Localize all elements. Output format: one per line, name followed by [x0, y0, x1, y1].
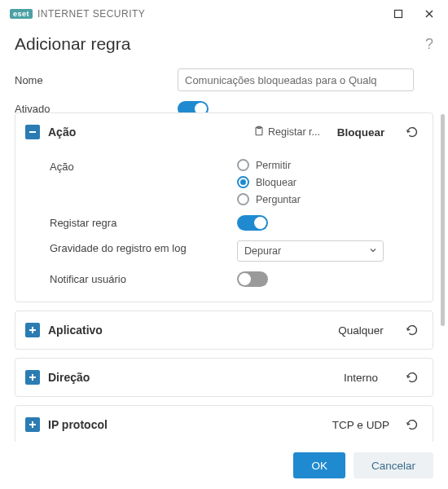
- brand-product: INTERNET SECURITY: [37, 8, 145, 20]
- section-direcao-reset[interactable]: [402, 367, 423, 388]
- radio-perguntar[interactable]: Perguntar: [237, 193, 423, 205]
- acao-radio-group: Permitir Bloquear Perguntar: [237, 159, 423, 205]
- section-ipprotocol: IP protocol TCP e UDP: [15, 405, 433, 442]
- section-acao-reset[interactable]: [402, 121, 423, 143]
- name-input[interactable]: [178, 68, 414, 91]
- svg-rect-1: [29, 131, 36, 133]
- page-header: Adicionar regra ?: [0, 28, 448, 65]
- section-aplicativo-title: Aplicativo: [48, 324, 103, 337]
- section-direcao-header[interactable]: Direção Interno: [15, 359, 433, 396]
- section-aplicativo-reset[interactable]: [402, 319, 423, 341]
- section-ipprotocol-title: IP protocol: [48, 418, 108, 431]
- expand-icon[interactable]: [25, 323, 40, 337]
- svg-rect-0: [395, 11, 402, 18]
- radio-permitir-label: Permitir: [256, 160, 291, 171]
- radio-bloquear[interactable]: Bloquear: [237, 176, 423, 188]
- window-close-button[interactable]: [415, 2, 443, 25]
- clipboard-icon: [253, 126, 265, 139]
- section-ipprotocol-value: TCP e UDP: [328, 419, 393, 431]
- svg-rect-5: [29, 329, 36, 331]
- section-acao-header[interactable]: Ação Registar r... Bloquear: [15, 113, 433, 151]
- gravidade-value: Depurar: [244, 245, 281, 257]
- section-acao: Ação Registar r... Bloquear Ação Permiti…: [15, 112, 433, 302]
- notificar-label: Notificar usuário: [50, 271, 237, 285]
- footer: OK Cancelar: [0, 442, 448, 489]
- title-bar: eset INTERNET SECURITY: [0, 0, 448, 28]
- section-aplicativo-value: Qualquer: [328, 324, 393, 337]
- section-direcao: Direção Interno: [15, 358, 433, 397]
- ok-button[interactable]: OK: [293, 452, 345, 478]
- name-label: Nome: [15, 74, 178, 86]
- section-acao-body: Ação Permitir Bloquear Perguntar: [15, 151, 433, 302]
- gravidade-select[interactable]: Depurar: [237, 240, 384, 262]
- row-name: Nome: [0, 65, 448, 95]
- section-acao-chip: Registar r...: [253, 126, 320, 139]
- expand-icon[interactable]: [25, 417, 40, 432]
- section-acao-chip-label: Registar r...: [268, 126, 320, 138]
- section-acao-value: Bloquear: [328, 126, 393, 139]
- registar-toggle[interactable]: [237, 215, 268, 231]
- cancel-button[interactable]: Cancelar: [354, 452, 433, 478]
- acao-sublabel: Ação: [50, 159, 237, 173]
- section-direcao-value: Interno: [328, 372, 393, 384]
- section-aplicativo-header[interactable]: Aplicativo Qualquer: [15, 311, 433, 349]
- collapse-icon[interactable]: [25, 125, 40, 139]
- section-ipprotocol-header[interactable]: IP protocol TCP e UDP: [15, 406, 433, 442]
- help-icon[interactable]: ?: [425, 36, 433, 53]
- notificar-toggle[interactable]: [237, 271, 268, 287]
- section-ipprotocol-reset[interactable]: [402, 414, 423, 435]
- expand-icon[interactable]: [25, 370, 40, 385]
- chevron-down-icon: [368, 245, 378, 258]
- gravidade-label: Gravidade do registro em log: [50, 240, 237, 254]
- svg-rect-7: [29, 377, 36, 378]
- brand: eset INTERNET SECURITY: [10, 8, 145, 20]
- radio-perguntar-label: Perguntar: [256, 194, 301, 205]
- section-aplicativo: Aplicativo Qualquer: [15, 311, 433, 350]
- scrollbar-thumb[interactable]: [441, 114, 445, 326]
- section-acao-title: Ação: [48, 126, 76, 139]
- brand-logo: eset: [10, 9, 33, 19]
- window-maximize-button[interactable]: [384, 2, 412, 25]
- sections-scroll[interactable]: Ação Registar r... Bloquear Ação Permiti…: [0, 112, 448, 442]
- section-direcao-title: Direção: [48, 371, 90, 384]
- radio-permitir[interactable]: Permitir: [237, 159, 423, 171]
- page-title: Adicionar regra: [15, 34, 130, 54]
- registar-label: Registar regra: [50, 215, 237, 229]
- radio-bloquear-label: Bloquear: [256, 177, 296, 188]
- svg-rect-9: [29, 424, 36, 425]
